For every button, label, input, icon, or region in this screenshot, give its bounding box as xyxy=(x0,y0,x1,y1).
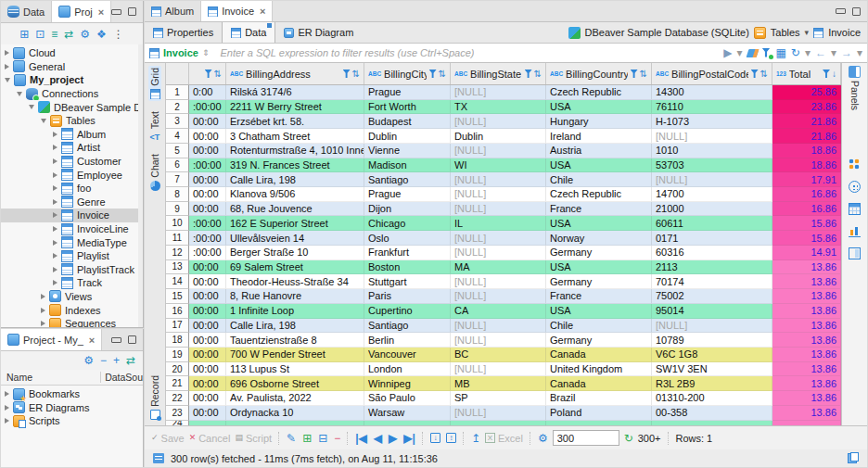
chevron-right-icon[interactable] xyxy=(53,145,57,150)
first-page-icon[interactable]: |◀ xyxy=(355,433,367,444)
tree-item-foo[interactable]: foo xyxy=(1,182,143,196)
row-number[interactable]: 13 xyxy=(166,260,189,275)
presentation-tab-record[interactable]: Record xyxy=(148,373,161,422)
row-number[interactable]: 14 xyxy=(166,274,189,289)
collapse-icon[interactable]: − xyxy=(100,355,107,366)
filter-input[interactable]: Enter a SQL expression to filter results… xyxy=(220,47,474,58)
cell-billingcountry[interactable]: Czech Republic xyxy=(546,85,652,100)
cell-billingcity[interactable]: London xyxy=(364,362,451,377)
filter-save-icon[interactable] xyxy=(762,48,772,58)
cell-invoicedate[interactable]: 00:00 xyxy=(189,260,226,275)
cell-billingstate[interactable]: MA xyxy=(451,260,546,275)
cell-invoicedate[interactable]: 00:00 xyxy=(189,274,226,289)
prev-page-icon[interactable]: ◀ xyxy=(374,433,382,444)
cell-billingpostalcode[interactable]: [NULL] xyxy=(652,172,772,187)
row-number[interactable]: 22 xyxy=(166,391,189,406)
panel-expand-icon[interactable]: ⇕ xyxy=(202,49,210,57)
chevron-right-icon[interactable] xyxy=(41,321,45,326)
calc-panel-icon[interactable] xyxy=(849,203,861,215)
chevron-right-icon[interactable] xyxy=(5,391,9,397)
tree-item-track[interactable]: Track xyxy=(1,276,143,290)
cell-billingcity[interactable]: Budapest xyxy=(364,114,451,129)
cell-billingcountry[interactable]: Germany xyxy=(546,246,652,260)
cell-billingstate[interactable]: [NULL] xyxy=(451,362,546,377)
cell-invoicedate[interactable]: 00:00 xyxy=(189,289,226,304)
gear-icon[interactable]: ⚙ xyxy=(538,433,548,444)
tab-proj[interactable]: Proj × xyxy=(52,1,111,22)
filter-icon[interactable] xyxy=(631,70,638,78)
cell-billingcountry[interactable]: USA xyxy=(546,158,652,173)
maximize-icon[interactable] xyxy=(128,335,136,344)
cell-billingcountry[interactable]: Germany xyxy=(546,274,652,289)
link-editor-icon[interactable]: ⇄ xyxy=(64,29,73,40)
column-header-billingaddress[interactable]: ABCBillingAddress⇅ xyxy=(226,63,364,84)
cell-billingpostalcode[interactable]: 1010 xyxy=(652,144,772,158)
cell-billingcity[interactable]: Santiago xyxy=(364,319,451,334)
chevron-right-icon[interactable] xyxy=(53,185,57,191)
row-number[interactable]: 6 xyxy=(166,158,189,173)
dropdown-icon[interactable]: ▾ xyxy=(736,47,742,58)
chevron-right-icon[interactable] xyxy=(53,253,57,259)
sort-desc-icon[interactable]: ↓ xyxy=(832,70,836,79)
sort-icon[interactable]: ⇅ xyxy=(439,70,446,79)
sort-icon[interactable]: ⇅ xyxy=(352,70,360,79)
cell-billingaddress[interactable]: Erzsébet krt. 58. xyxy=(226,114,364,129)
cell-billingcity[interactable]: Cupertino xyxy=(364,304,451,319)
cell-billingstate[interactable]: [NULL] xyxy=(451,406,546,421)
excel-button[interactable]: Excel xyxy=(485,433,523,444)
cell-total[interactable]: 23.86 xyxy=(772,100,841,115)
cell-billingcountry[interactable]: Germany xyxy=(546,333,652,348)
sort-icon[interactable]: ⇅ xyxy=(534,70,542,79)
tree-item-artist[interactable]: Artist xyxy=(1,141,143,155)
filter-icon[interactable] xyxy=(751,70,759,78)
duplicate-row-icon[interactable]: ⊟ xyxy=(318,433,327,444)
cell-billingstate[interactable]: [NULL] xyxy=(451,246,546,260)
cell-billingpostalcode[interactable]: 95014 xyxy=(652,304,772,319)
cell-billingcity[interactable]: Madison xyxy=(364,158,451,173)
cell-billingstate[interactable]: [NULL] xyxy=(451,114,546,129)
cell-billingaddress[interactable]: Rotenturmstraße 4, 1010 Inne xyxy=(226,144,364,158)
cell-total[interactable]: 13.86 xyxy=(772,260,841,275)
cancel-button[interactable]: ✕ Cancel xyxy=(189,433,231,444)
cell-billingcountry[interactable]: Chile xyxy=(546,172,652,187)
scrollbar[interactable] xyxy=(138,44,143,327)
cell-billingstate[interactable]: [NULL] xyxy=(451,333,546,348)
cell-billingcity[interactable]: Prague xyxy=(364,187,451,202)
cell-invoicedate[interactable]: :00:00 xyxy=(189,100,226,115)
cell-total[interactable]: 21.86 xyxy=(772,114,841,129)
cell-billingaddress[interactable]: Ullevålsveien 14 xyxy=(226,231,364,246)
cell-invoicedate[interactable]: 00:00 xyxy=(189,172,226,187)
cell-billingcity[interactable]: Fort Worth xyxy=(364,100,451,115)
cell-billingcountry[interactable]: Norway xyxy=(546,231,652,246)
cell-billingcity[interactable]: Stuttgart xyxy=(364,274,451,289)
minimize-icon[interactable] xyxy=(111,337,121,343)
cell-billingaddress[interactable]: 696 Osborne Street xyxy=(226,376,364,391)
erase-filter-icon[interactable] xyxy=(746,49,759,57)
tree-item-playlist[interactable]: Playlist xyxy=(1,249,143,263)
chevron-right-icon[interactable] xyxy=(53,132,57,137)
cell-billingaddress[interactable]: 69 Salem Street xyxy=(226,260,364,275)
column-header-total[interactable]: 123Total↓ xyxy=(772,63,841,84)
row-number[interactable]: 20 xyxy=(166,362,189,377)
cell-billingpostalcode[interactable]: 00-358 xyxy=(652,406,772,421)
cell-billingstate[interactable]: [NULL] xyxy=(451,85,546,100)
cell-total[interactable]: 13.86 xyxy=(772,274,841,289)
cell-billingaddress[interactable]: Berger Straße 10 xyxy=(226,246,364,260)
cell-invoicedate[interactable]: 00:00 xyxy=(189,319,226,334)
chevron-right-icon[interactable] xyxy=(53,212,57,218)
edit-cell-icon[interactable]: ✎ xyxy=(287,433,296,444)
cell-billingcity[interactable]: Frankfurt xyxy=(364,246,451,260)
chevron-right-icon[interactable] xyxy=(5,50,9,56)
filter-icon[interactable] xyxy=(525,70,532,78)
cell-billingaddress[interactable]: 113 Lupus St xyxy=(226,362,364,377)
metadata-icon[interactable] xyxy=(849,225,861,237)
minimize-icon[interactable] xyxy=(111,9,121,15)
chevron-right-icon[interactable] xyxy=(53,240,57,246)
filter-icon[interactable] xyxy=(823,70,830,78)
sort-icon[interactable]: ⇅ xyxy=(214,70,222,79)
connection-object[interactable]: Invoice xyxy=(828,27,861,38)
column-header-billingpostalcode[interactable]: ABCBillingPostalCode⇅ xyxy=(652,63,772,84)
cell-billingaddress[interactable]: 68, Rue Jouvence xyxy=(226,202,364,217)
last-page-icon[interactable]: ▶| xyxy=(403,433,415,444)
export-icon[interactable]: ↥ xyxy=(471,433,480,444)
